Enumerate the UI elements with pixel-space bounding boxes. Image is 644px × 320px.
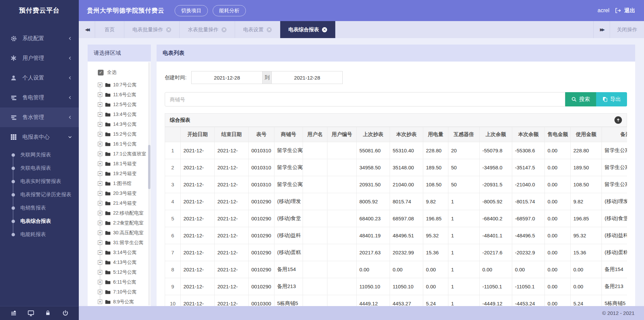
expand-icon[interactable]: +	[98, 162, 102, 166]
tree-node[interactable]: +1:图书馆	[94, 179, 148, 188]
expand-icon[interactable]: +	[98, 231, 102, 235]
close-icon[interactable]: ✕	[322, 27, 327, 32]
expand-icon[interactable]: +	[98, 171, 102, 176]
logout-button[interactable]: 退出	[624, 7, 635, 14]
expand-icon[interactable]: +	[98, 132, 102, 136]
tab[interactable]: 首页	[95, 21, 124, 38]
select-all-row[interactable]: ✓ 全选	[98, 68, 148, 77]
tree-node[interactable]: +17:1公寓值班室	[94, 149, 148, 159]
search-button[interactable]: 搜索	[565, 92, 596, 106]
expand-icon[interactable]: +	[98, 191, 102, 196]
tree-scrollbar-thumb[interactable]	[148, 145, 150, 189]
expand-icon[interactable]: +	[98, 280, 102, 284]
tree-node[interactable]: +21:4号箱变	[94, 198, 148, 208]
start-date-input[interactable]	[191, 71, 263, 84]
table-row[interactable]: 82021-12-2021-12-0010290备用1540.000.000.0…	[165, 261, 627, 278]
table-row[interactable]: 42021-12-2021-12-0010290(移动)理发8005.92801…	[165, 193, 627, 210]
tree-node[interactable]: +19:2号箱变	[94, 169, 148, 179]
logout-icon[interactable]	[615, 7, 621, 14]
tree-node[interactable]: +14:3号公寓	[94, 119, 148, 129]
submenu-item[interactable]: 电表实时报警报表	[0, 175, 79, 188]
expand-icon[interactable]: +	[98, 300, 102, 304]
expand-icon[interactable]: +	[98, 181, 102, 186]
expand-icon[interactable]: +	[98, 260, 102, 265]
sidebar-item[interactable]: 系统配置	[0, 29, 79, 48]
submenu-item[interactable]: 失联电表报表	[0, 162, 79, 175]
table-row[interactable]: 52021-12-2021-12-0010290(移动)食堂68400.2368…	[165, 210, 627, 227]
tree-node[interactable]: +4:13号公寓	[94, 257, 148, 267]
tab[interactable]: 电表批量操作✕	[124, 21, 180, 38]
tree-node[interactable]: +10:7号公寓	[94, 80, 148, 90]
tree-node[interactable]: +7:10号公寓	[94, 287, 148, 297]
tree-node[interactable]: +5:12号公寓	[94, 267, 148, 277]
expand-icon[interactable]: +	[98, 92, 102, 97]
expand-icon[interactable]: +	[98, 142, 102, 146]
tree-node[interactable]: +13:4号公寓	[94, 110, 148, 119]
shop-number-search-input[interactable]	[165, 92, 565, 106]
tree-node[interactable]: +20:3号箱变	[94, 188, 148, 198]
table-row[interactable]: 22021-12-2021-12-0010310留学生公寓34958.50351…	[165, 159, 627, 176]
tree-node[interactable]: +16:1号公寓	[94, 139, 148, 149]
scroll-tabs-right-button[interactable]: ▶▶	[593, 21, 610, 38]
expand-icon[interactable]: +	[98, 270, 102, 274]
expand-icon[interactable]: +	[98, 102, 102, 107]
expand-icon[interactable]: +	[98, 112, 102, 117]
submenu-item[interactable]: 电表报警记录历史报表	[0, 188, 79, 201]
lock-icon[interactable]	[45, 310, 52, 317]
table-row[interactable]: 72021-12-2021-12-0010290(移动)蛋糕20217.6320…	[165, 244, 627, 261]
expand-icon[interactable]: +	[98, 290, 102, 294]
expand-icon[interactable]: +	[98, 201, 102, 205]
energy-analysis-button[interactable]: 能耗分析	[213, 5, 246, 16]
tree-scrollbar[interactable]	[148, 62, 150, 305]
expand-icon[interactable]: +	[98, 250, 102, 255]
tree-node[interactable]: +15:2号公寓	[94, 129, 148, 139]
tree-node[interactable]: +3:14号公寓	[94, 248, 148, 257]
table-row[interactable]: 102021-12-2021-12-00103005栋商铺54449.12445…	[165, 295, 627, 306]
close-icon[interactable]: ✕	[267, 27, 272, 32]
select-all-checkbox[interactable]: ✓	[98, 70, 104, 75]
close-icon[interactable]: ✕	[221, 27, 227, 32]
sidebar-item[interactable]: 电报表中心	[0, 127, 79, 147]
tree-node[interactable]: +8:9号公寓	[94, 297, 148, 306]
expand-icon[interactable]: +	[98, 152, 102, 156]
tree-node[interactable]: +6:11号公寓	[94, 277, 148, 287]
submenu-item[interactable]: 失联网关报表	[0, 148, 79, 162]
table-row[interactable]: 12021-12-2021-12-0010310留学生公寓55081.60553…	[165, 142, 627, 159]
table-row[interactable]: 32021-12-2021-12-0010310留学生公寓20931.50210…	[165, 176, 627, 193]
tab[interactable]: 水表批量操作✕	[180, 21, 235, 38]
close-icon[interactable]: ✕	[166, 27, 171, 32]
tree-node[interactable]: +2:2食堂配电室	[94, 218, 148, 228]
submenu-item[interactable]: 电能耗报表	[0, 228, 79, 241]
sidebar-item[interactable]: 个人设置	[0, 68, 79, 88]
power-icon[interactable]	[62, 310, 69, 317]
tree-node[interactable]: +30:高压配电室	[94, 228, 148, 238]
close-operations-menu[interactable]: 关闭操作	[610, 21, 644, 38]
menu-icon[interactable]	[10, 310, 17, 317]
switch-project-button[interactable]: 切换项目	[175, 5, 208, 16]
table-row[interactable]: 92021-12-2021-12-0010290备用21311050.10110…	[165, 278, 627, 295]
expand-icon[interactable]: +	[98, 122, 102, 127]
sidebar-item[interactable]: 售水管理	[0, 107, 79, 127]
tree-node[interactable]: +18:1号箱变	[94, 159, 148, 169]
tree-node[interactable]: +22:移动配电室	[94, 208, 148, 218]
expand-icon[interactable]: +	[98, 221, 102, 225]
table-cell: 1	[448, 244, 480, 261]
tab[interactable]: 电表设置✕	[235, 21, 280, 38]
monitor-icon[interactable]	[28, 310, 34, 317]
end-date-input[interactable]	[271, 71, 343, 84]
tab[interactable]: 电表综合报表✕	[280, 21, 336, 38]
expand-icon[interactable]: +	[98, 211, 102, 215]
tree-node[interactable]: +12:5号公寓	[94, 100, 148, 110]
export-button[interactable]: 导出	[596, 92, 627, 106]
sidebar-item[interactable]: 售电管理	[0, 88, 79, 107]
tree-node[interactable]: +31:留学生公寓	[94, 238, 148, 248]
back-to-top-icon[interactable]	[614, 116, 622, 124]
expand-icon[interactable]: +	[98, 83, 102, 87]
scroll-tabs-left-button[interactable]: ◀◀	[79, 21, 95, 38]
table-row[interactable]: 62021-12-2021-12-0010290(移动)益科48401.1948…	[165, 227, 627, 244]
tree-node[interactable]: +11:6号公寓	[94, 90, 148, 100]
submenu-item[interactable]: 电表综合报表	[0, 215, 79, 228]
expand-icon[interactable]: +	[98, 240, 102, 245]
submenu-item[interactable]: 电销售报表	[0, 201, 79, 215]
sidebar-item[interactable]: 用户管理	[0, 48, 79, 68]
